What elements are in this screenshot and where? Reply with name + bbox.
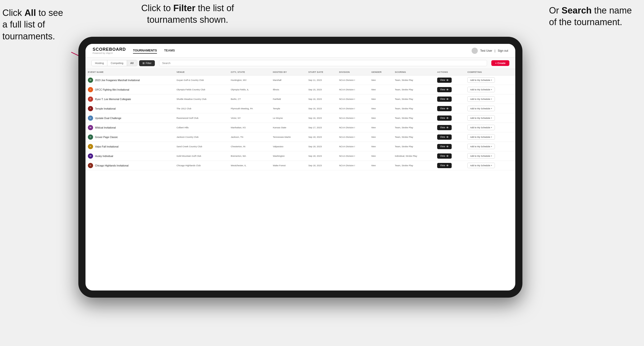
filter-label: Filter	[146, 62, 152, 64]
cell-actions: View 👁	[435, 113, 465, 123]
cell-event-name: W Husky Individual	[86, 151, 174, 161]
view-label: View	[440, 79, 445, 81]
cell-venue: Ravenwood Golf Club	[174, 113, 228, 123]
eye-icon: 👁	[446, 98, 449, 101]
event-name: Ryan T. Lee Memorial Collegiate	[95, 98, 131, 101]
view-button[interactable]: View 👁	[437, 78, 452, 83]
cell-scoring: Team, Stroke Play	[392, 75, 435, 85]
search-input[interactable]	[159, 60, 487, 66]
annotation-topmid: Click to Filter the list of tournaments …	[126, 2, 249, 26]
table-row: U Upstate Dual Challenge Ravenwood Golf …	[86, 113, 515, 123]
cell-start-date: Sep 11, 2023	[306, 75, 336, 85]
view-button[interactable]: View 👁	[437, 106, 452, 111]
cell-gender: Men	[369, 85, 392, 94]
cell-gender: Men	[369, 142, 392, 151]
cell-actions: View 👁	[435, 104, 465, 113]
cell-start-date: Sep 17, 2023	[306, 123, 336, 132]
view-button[interactable]: View 👁	[437, 125, 452, 130]
cell-city: Olympia Fields, IL	[228, 85, 270, 94]
cell-city: Jackson, TN	[228, 132, 270, 142]
col-division: DIVISION	[337, 69, 369, 75]
cell-start-date: Sep 18, 2023	[306, 161, 336, 170]
add-to-schedule-button[interactable]: Add to My Schedule +	[467, 125, 495, 130]
table-row: F Ryan T. Lee Memorial Collegiate Shuttl…	[86, 94, 515, 104]
header-right: Test User | Sign out	[472, 48, 508, 54]
view-button[interactable]: View 👁	[437, 116, 452, 121]
cell-event-name: T Temple Invitational	[86, 104, 174, 113]
table-row: C Chicago Highlands Invitational Chicago…	[86, 161, 515, 170]
cell-venue: Jackson Country Club	[174, 132, 228, 142]
view-button[interactable]: View 👁	[437, 144, 452, 149]
cell-scoring: Individual, Stroke Play	[392, 151, 435, 161]
cell-hosted-by: Tennessee-Martin	[270, 132, 306, 142]
filter-btn-group: Hosting Competing All	[92, 60, 137, 66]
cell-actions: View 👁	[435, 151, 465, 161]
cell-actions: View 👁	[435, 75, 465, 85]
team-logo: V	[88, 135, 93, 140]
tablet-screen: SCOREBOARD Powered by clipp'd TOURNAMENT…	[86, 44, 515, 291]
add-to-schedule-button[interactable]: Add to My Schedule +	[467, 163, 495, 168]
add-to-schedule-button[interactable]: Add to My Schedule +	[467, 87, 495, 92]
cell-start-date: Sep 16, 2023	[306, 104, 336, 113]
add-to-schedule-button[interactable]: Add to My Schedule +	[467, 96, 495, 102]
filter-hosting[interactable]: Hosting	[92, 60, 107, 66]
add-to-schedule-button[interactable]: Add to My Schedule +	[467, 106, 495, 111]
logo-subtitle: Powered by clipp'd	[92, 52, 126, 54]
cell-scoring: Team, Stroke Play	[392, 94, 435, 104]
header-left: SCOREBOARD Powered by clipp'd TOURNAMENT…	[92, 47, 175, 54]
annotation-topleft: Click All to see a full list of tourname…	[2, 7, 64, 42]
team-logo: W	[88, 125, 93, 130]
table-row: W Husky Individual Gold Mountain Golf Cl…	[86, 151, 515, 161]
cell-city: Berlin, CT	[228, 94, 270, 104]
filter-button[interactable]: ⊞ Filter	[139, 60, 155, 66]
event-name: Temple Invitational	[95, 107, 116, 110]
sign-out-link[interactable]: Sign out	[498, 49, 508, 52]
nav-tabs: TOURNAMENTS TEAMS	[133, 48, 175, 54]
event-name: Valpo Fall Invitational	[95, 145, 118, 148]
cell-competing: Add to My Schedule +	[465, 104, 515, 113]
cell-venue: Gold Mountain Golf Club	[174, 151, 228, 161]
cell-competing: Add to My Schedule +	[465, 75, 515, 85]
create-button[interactable]: + Create	[491, 60, 509, 66]
cell-event-name: I OFCC Fighting Illini Invitational	[86, 85, 174, 94]
annotation-topright: Or Search the name of the tournament.	[549, 5, 639, 28]
view-button[interactable]: View 👁	[437, 87, 452, 92]
eye-icon: 👁	[446, 126, 449, 129]
view-button[interactable]: View 👁	[437, 154, 452, 159]
cell-scoring: Team, Stroke Play	[392, 123, 435, 132]
cell-venue: Guyan Golf & Country Club	[174, 75, 228, 85]
add-to-schedule-button[interactable]: Add to My Schedule +	[467, 115, 495, 121]
add-to-schedule-button[interactable]: Add to My Schedule +	[467, 144, 495, 149]
view-button[interactable]: View 👁	[437, 163, 452, 168]
logo-title: SCOREBOARD	[92, 47, 126, 52]
cell-competing: Add to My Schedule +	[465, 123, 515, 132]
table-body: M 2023 Joe Feaganes Marshall Invitationa…	[86, 75, 515, 170]
eye-icon: 👁	[446, 88, 449, 91]
filter-all[interactable]: All	[127, 60, 137, 66]
view-button[interactable]: View 👁	[437, 135, 452, 140]
team-logo: U	[88, 116, 93, 121]
cell-gender: Men	[369, 104, 392, 113]
tab-tournaments[interactable]: TOURNAMENTS	[133, 48, 157, 54]
cell-competing: Add to My Schedule +	[465, 151, 515, 161]
filter-competing[interactable]: Competing	[107, 60, 127, 66]
eye-icon: 👁	[446, 136, 449, 139]
add-to-schedule-button[interactable]: Add to My Schedule +	[467, 134, 495, 140]
cell-hosted-by: Marshall	[270, 75, 306, 85]
cell-hosted-by: Temple	[270, 104, 306, 113]
col-city-state: CITY, STATE	[228, 69, 270, 75]
cell-gender: Men	[369, 123, 392, 132]
view-button[interactable]: View 👁	[437, 97, 452, 102]
add-to-schedule-button[interactable]: Add to My Schedule +	[467, 153, 495, 159]
app-header: SCOREBOARD Powered by clipp'd TOURNAMENT…	[86, 44, 515, 58]
tab-teams[interactable]: TEAMS	[164, 48, 175, 54]
event-name: Husky Individual	[95, 155, 113, 158]
cell-actions: View 👁	[435, 123, 465, 132]
cell-actions: View 👁	[435, 85, 465, 94]
cell-gender: Men	[369, 113, 392, 123]
cell-event-name: W Wildcat Invitational	[86, 123, 174, 132]
cell-division: NCAA Division I	[337, 113, 369, 123]
cell-competing: Add to My Schedule +	[465, 113, 515, 123]
add-to-schedule-button[interactable]: Add to My Schedule +	[467, 77, 495, 83]
view-label: View	[440, 164, 445, 167]
